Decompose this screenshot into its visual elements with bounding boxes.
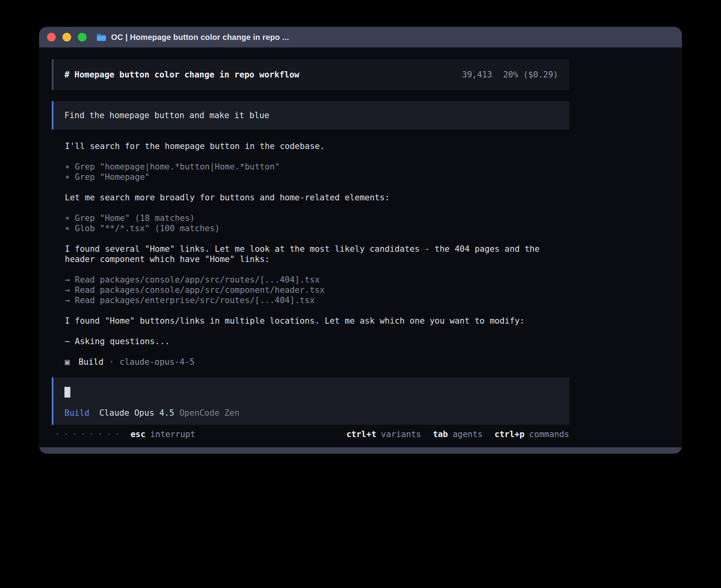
read-tool-call: → Read packages/console/app/src/componen… <box>52 285 569 295</box>
shortcut-key: ctrl+t <box>346 430 376 439</box>
close-button[interactable] <box>47 33 56 41</box>
traffic-lights <box>47 33 87 41</box>
session-content: # Homepage button color change in repo w… <box>52 47 569 439</box>
read-tool-call: → Read packages/enterprise/src/routes/[.… <box>52 295 569 305</box>
read-tool-call: → Read packages/console/app/src/routes/[… <box>52 275 569 285</box>
agent-mode-label: Build <box>64 408 89 418</box>
shortcut-key: esc <box>130 430 145 439</box>
zoom-button[interactable] <box>78 33 87 41</box>
shortcut-label: interrupt <box>150 430 195 439</box>
terminal-window: OC | Homepage button color change in rep… <box>39 27 682 454</box>
agent-indicator: ▣Build·claude-opus-4-5 <box>52 357 569 367</box>
minimize-button[interactable] <box>62 33 71 41</box>
agent-model: claude-opus-4-5 <box>120 357 195 367</box>
assistant-status: ~ Asking questions... <box>52 336 569 347</box>
shortcut-label: agents <box>453 430 483 439</box>
shortcut-label: commands <box>529 430 569 439</box>
status-bar-right: ctrl+tvariants tabagents ctrl+pcommands <box>346 429 569 439</box>
spinner-dots: ········ <box>55 429 123 439</box>
window-titlebar[interactable]: OC | Homepage button color change in rep… <box>39 27 682 47</box>
shortcut-key: ctrl+p <box>495 430 525 439</box>
user-message: Find the homepage button and make it blu… <box>52 101 569 130</box>
session-title: # Homepage button color change in repo w… <box>64 70 299 80</box>
text-cursor <box>64 387 70 398</box>
folder-icon <box>96 33 107 42</box>
assistant-paragraph: I found "Home" buttons/links in multiple… <box>52 316 569 326</box>
status-bar: ········ escinterrupt ctrl+tvariants tab… <box>52 429 569 439</box>
tool-call-group: → Read packages/console/app/src/routes/[… <box>52 275 569 305</box>
tool-call-group: ∗ Grep "Home" (18 matches) ∗ Glob "**/*.… <box>52 213 569 234</box>
provider-label: OpenCode Zen <box>179 408 240 418</box>
agent-name: Build <box>79 357 104 367</box>
context-usage: 20% ($0.29) <box>503 70 558 80</box>
grep-tool-call: ∗ Grep "Homepage" <box>52 172 569 182</box>
tool-call-group: ∗ Grep "homepage|home.*button|Home.*butt… <box>52 162 569 182</box>
glob-tool-call: ∗ Glob "**/*.tsx" (100 matches) <box>52 223 569 234</box>
input-meta: Build Claude Opus 4.5 OpenCode Zen <box>64 408 558 418</box>
shortcut-commands: ctrl+pcommands <box>495 429 569 439</box>
status-bar-left: ········ escinterrupt <box>55 429 195 439</box>
grep-tool-call: ∗ Grep "Home" (18 matches) <box>52 213 569 223</box>
shortcut-key: tab <box>433 430 448 439</box>
user-message-text: Find the homepage button and make it blu… <box>64 111 269 120</box>
prompt-input[interactable]: Build Claude Opus 4.5 OpenCode Zen <box>52 377 569 425</box>
model-name-label: Claude Opus 4.5 <box>99 408 174 418</box>
assistant-paragraph: Let me search more broadly for buttons a… <box>52 192 569 203</box>
session-stats: 39,413 20% ($0.29) <box>462 70 558 80</box>
shortcut-variants: ctrl+tvariants <box>346 429 421 439</box>
shortcut-label: variants <box>381 430 421 439</box>
assistant-paragraph: I'll search for the homepage button in t… <box>52 141 569 151</box>
grep-tool-call: ∗ Grep "homepage|home.*button|Home.*butt… <box>52 162 569 172</box>
token-count: 39,413 <box>462 70 492 80</box>
assistant-paragraph: I found several "Home" links. Let me loo… <box>52 244 569 264</box>
shortcut-agents: tabagents <box>433 429 483 439</box>
shortcut-interrupt: escinterrupt <box>130 429 195 439</box>
agent-icon: ▣ <box>65 357 70 367</box>
session-header: # Homepage button color change in repo w… <box>52 59 569 90</box>
window-title: OC | Homepage button color change in rep… <box>111 33 289 42</box>
terminal-content: # Homepage button color change in repo w… <box>39 47 682 447</box>
dot-separator: · <box>109 357 114 367</box>
